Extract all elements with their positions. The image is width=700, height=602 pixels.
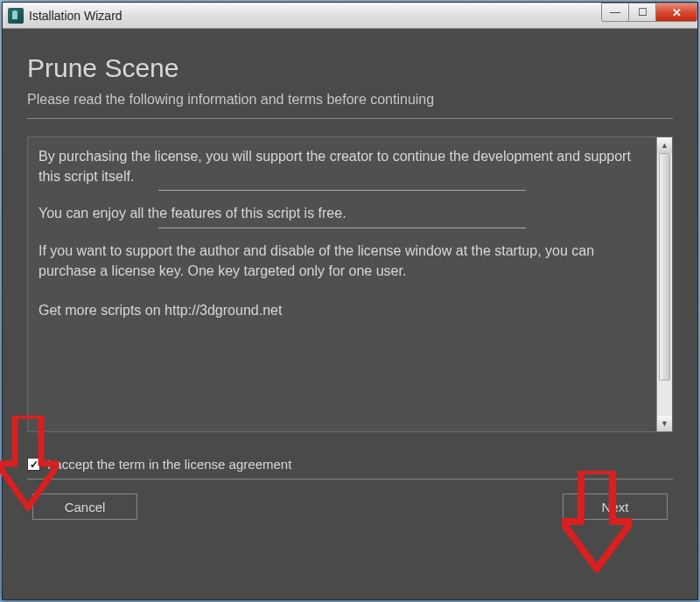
close-button[interactable]: ✕ <box>655 3 697 22</box>
license-p1: By purchasing the license, you will supp… <box>38 146 646 186</box>
titlebar[interactable]: Istallation Wizard — ☐ ✕ <box>3 3 697 29</box>
maximize-button[interactable]: ☐ <box>628 3 656 22</box>
minimize-button[interactable]: — <box>601 3 629 22</box>
license-p2: You can enjoy all the features of this s… <box>38 203 646 223</box>
content-area: Prune Scene Please read the following in… <box>3 29 697 599</box>
cancel-button[interactable]: Cancel <box>32 494 137 520</box>
divider <box>27 479 673 480</box>
button-row: Cancel Next <box>27 494 673 520</box>
accept-label: I accept the term in the license agreeme… <box>47 457 291 472</box>
accept-row: ✓ I accept the term in the license agree… <box>27 457 673 472</box>
window-title: Istallation Wizard <box>29 9 122 23</box>
page-heading: Prune Scene <box>27 53 673 83</box>
accept-checkbox[interactable]: ✓ <box>27 458 40 471</box>
annotation-arrow-right <box>562 471 632 574</box>
window-controls: — ☐ ✕ <box>602 3 697 22</box>
license-p4: Get more scripts on http://3dground.net <box>38 300 646 320</box>
license-p3: If you want to support the author and di… <box>38 241 646 281</box>
installer-window: Istallation Wizard — ☐ ✕ Prune Scene Ple… <box>2 2 698 600</box>
app-icon <box>8 8 24 24</box>
inner-divider <box>158 228 526 228</box>
inner-divider <box>158 190 526 191</box>
scroll-thumb[interactable] <box>659 153 670 381</box>
scrollbar[interactable]: ▲ ▼ <box>656 137 672 431</box>
next-button[interactable]: Next <box>563 494 668 520</box>
license-panel: By purchasing the license, you will supp… <box>27 136 673 432</box>
scroll-up-button[interactable]: ▲ <box>657 137 672 153</box>
license-text[interactable]: By purchasing the license, you will supp… <box>28 137 656 431</box>
page-subheading: Please read the following information an… <box>27 92 673 108</box>
divider <box>27 118 673 119</box>
scroll-down-button[interactable]: ▼ <box>657 416 672 431</box>
